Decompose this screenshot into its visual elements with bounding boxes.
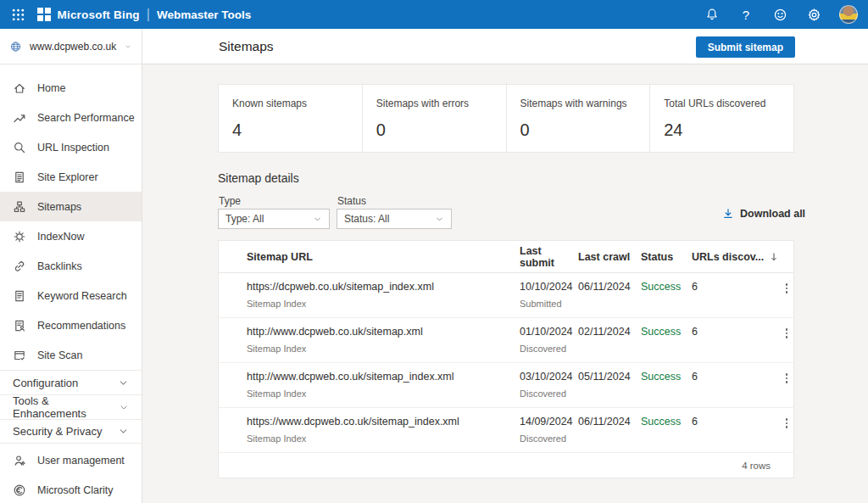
sidebar-item-search-performance[interactable]: Search Performance bbox=[0, 103, 142, 132]
main-header: Sitemaps Submit sitemap bbox=[142, 29, 868, 64]
table-row[interactable]: https://www.dcpweb.co.uk/sitemap_index.x… bbox=[219, 408, 793, 453]
col-last-submit[interactable]: Last submit bbox=[520, 245, 578, 269]
site-name: www.dcpweb.co.uk bbox=[30, 41, 116, 53]
sidebar-item-home[interactable]: Home bbox=[0, 73, 142, 103]
stat-value: 4 bbox=[232, 120, 362, 140]
sidebar-item-label: URL Inspection bbox=[37, 142, 109, 154]
chevron-down-icon bbox=[119, 402, 129, 413]
sidebar-item-recommendations[interactable]: Recommendations bbox=[0, 310, 142, 340]
sitemap-url[interactable]: https://dcpweb.co.uk/sitemap_index.xml bbox=[247, 281, 520, 293]
table-row[interactable]: https://dcpweb.co.uk/sitemap_index.xml S… bbox=[219, 273, 793, 318]
status-badge: Success bbox=[641, 326, 692, 338]
help-icon[interactable]: ? bbox=[737, 6, 754, 23]
home-icon bbox=[13, 81, 26, 95]
table-header-row: Sitemap URL Last submit Last crawl Statu… bbox=[219, 241, 793, 273]
stat-sitemaps-with-warnings: Sitemaps with warnings 0 bbox=[507, 85, 651, 152]
stat-known-sitemaps: Known sitemaps 4 bbox=[219, 85, 363, 152]
browser-window-icon bbox=[13, 349, 26, 362]
status-filter-label: Status bbox=[337, 195, 366, 207]
row-actions-kebab-icon[interactable] bbox=[781, 416, 793, 430]
stat-value: 0 bbox=[520, 120, 650, 140]
col-sitemap-url[interactable]: Sitemap URL bbox=[247, 251, 520, 263]
sitemap-details-title: Sitemap details bbox=[218, 171, 299, 185]
app-launcher-waffle-icon[interactable] bbox=[10, 7, 25, 22]
sidebar-item-keyword-research[interactable]: Keyword Research bbox=[0, 281, 142, 310]
sitemap-type: Sitemap Index bbox=[247, 388, 520, 399]
trend-arrow-icon bbox=[13, 111, 26, 125]
sidebar-section-tools-enhancements[interactable]: Tools & Enhancements bbox=[0, 394, 142, 419]
row-count: 4 rows bbox=[742, 461, 771, 471]
row-actions-kebab-icon[interactable] bbox=[781, 282, 793, 295]
sidebar-nav: Home Search Performance URL Inspection S… bbox=[0, 64, 142, 503]
sitemap-url[interactable]: http://www.dcpweb.co.uk/sitemap.xml bbox=[247, 326, 520, 338]
submit-method: Discovered bbox=[520, 433, 578, 444]
brand-separator: | bbox=[147, 7, 150, 22]
status-filter-value: Status: All bbox=[344, 213, 389, 225]
product-name[interactable]: Webmaster Tools bbox=[157, 8, 251, 21]
urls-discovered-count: 6 bbox=[692, 416, 781, 428]
last-submit-date: 01/10/2024 bbox=[520, 326, 578, 338]
sidebar-item-label: Microsoft Clarity bbox=[37, 484, 114, 496]
status-badge: Success bbox=[641, 416, 692, 428]
sidebar-item-user-management[interactable]: User management bbox=[0, 445, 142, 475]
table-row[interactable]: http://www.dcpweb.co.uk/sitemap_index.xm… bbox=[219, 363, 793, 408]
type-filter-label: Type bbox=[219, 195, 241, 207]
sidebar-item-label: User management bbox=[37, 455, 125, 467]
stat-value: 24 bbox=[664, 120, 793, 140]
user-avatar[interactable] bbox=[839, 5, 858, 24]
sitemap-type: Sitemap Index bbox=[247, 299, 520, 309]
sidebar-item-label: Keyword Research bbox=[37, 290, 127, 302]
download-all-button[interactable]: Download all bbox=[722, 208, 805, 220]
section-label: Tools & Enhancements bbox=[13, 394, 119, 420]
sidebar-item-site-scan[interactable]: Site Scan bbox=[0, 340, 142, 370]
feedback-smiley-icon[interactable] bbox=[771, 6, 788, 23]
sidebar-item-sitemaps[interactable]: Sitemaps bbox=[0, 192, 142, 221]
sidebar-item-site-explorer[interactable]: Site Explorer bbox=[0, 162, 142, 192]
stat-total-urls-discovered: Total URLs discovered 24 bbox=[650, 85, 793, 152]
status-filter-dropdown[interactable]: Status: All bbox=[337, 209, 452, 229]
sort-descending-arrow-icon[interactable] bbox=[769, 252, 779, 262]
submit-method: Discovered bbox=[520, 344, 578, 354]
sidebar-item-label: Site Scan bbox=[37, 349, 83, 361]
col-last-crawl[interactable]: Last crawl bbox=[578, 251, 641, 263]
col-urls-discovered[interactable]: URLs discov... bbox=[692, 251, 781, 263]
table-footer: 4 rows bbox=[219, 453, 793, 478]
magnifier-icon bbox=[13, 141, 26, 154]
sidebar-item-backlinks[interactable]: Backlinks bbox=[0, 251, 142, 281]
submit-sitemap-button[interactable]: Submit sitemap bbox=[696, 36, 795, 58]
site-selector[interactable]: www.dcpweb.co.uk bbox=[0, 29, 142, 64]
row-actions-kebab-icon[interactable] bbox=[781, 327, 793, 340]
document-list-icon bbox=[13, 170, 26, 184]
sitemap-url[interactable]: https://www.dcpweb.co.uk/sitemap_index.x… bbox=[247, 416, 520, 428]
status-badge: Success bbox=[641, 371, 692, 383]
row-actions-kebab-icon[interactable] bbox=[781, 372, 793, 385]
table-row[interactable]: http://www.dcpweb.co.uk/sitemap.xml Site… bbox=[219, 318, 793, 363]
sitemap-url[interactable]: http://www.dcpweb.co.uk/sitemap_index.xm… bbox=[247, 371, 520, 383]
sidebar-item-label: Backlinks bbox=[37, 260, 82, 272]
sidebar-item-url-inspection[interactable]: URL Inspection bbox=[0, 132, 142, 162]
sidebar-section-security-privacy[interactable]: Security & Privacy bbox=[0, 419, 142, 444]
chevron-down-icon bbox=[313, 215, 322, 224]
brand-name[interactable]: Microsoft Bing bbox=[58, 8, 140, 21]
sidebar-item-label: Sitemaps bbox=[37, 201, 81, 213]
bell-icon[interactable] bbox=[704, 6, 721, 23]
last-crawl-date: 05/11/2024 bbox=[578, 371, 641, 383]
type-filter-dropdown[interactable]: Type: All bbox=[218, 209, 330, 229]
sidebar-section-configuration[interactable]: Configuration bbox=[0, 370, 142, 394]
topbar: Microsoft Bing | Webmaster Tools ? bbox=[0, 0, 868, 29]
sidebar-item-indexnow[interactable]: IndexNow bbox=[0, 221, 142, 251]
stats-cards: Known sitemaps 4 Sitemaps with errors 0 … bbox=[218, 84, 794, 153]
sidebar-item-label: Home bbox=[37, 82, 65, 94]
link-icon bbox=[13, 260, 26, 273]
sitemaps-table: Sitemap URL Last submit Last crawl Statu… bbox=[218, 240, 794, 478]
col-status[interactable]: Status bbox=[641, 251, 692, 263]
download-all-label: Download all bbox=[740, 208, 805, 220]
stat-label: Sitemaps with warnings bbox=[520, 98, 650, 109]
urls-discovered-count: 6 bbox=[692, 281, 781, 293]
settings-gear-icon[interactable] bbox=[805, 6, 822, 23]
clarity-logo-icon bbox=[13, 483, 26, 497]
sidebar-item-microsoft-clarity[interactable]: Microsoft Clarity bbox=[0, 475, 142, 503]
chevron-down-icon bbox=[118, 426, 129, 437]
submit-method: Discovered bbox=[520, 388, 578, 399]
page-title: Sitemaps bbox=[219, 39, 274, 54]
